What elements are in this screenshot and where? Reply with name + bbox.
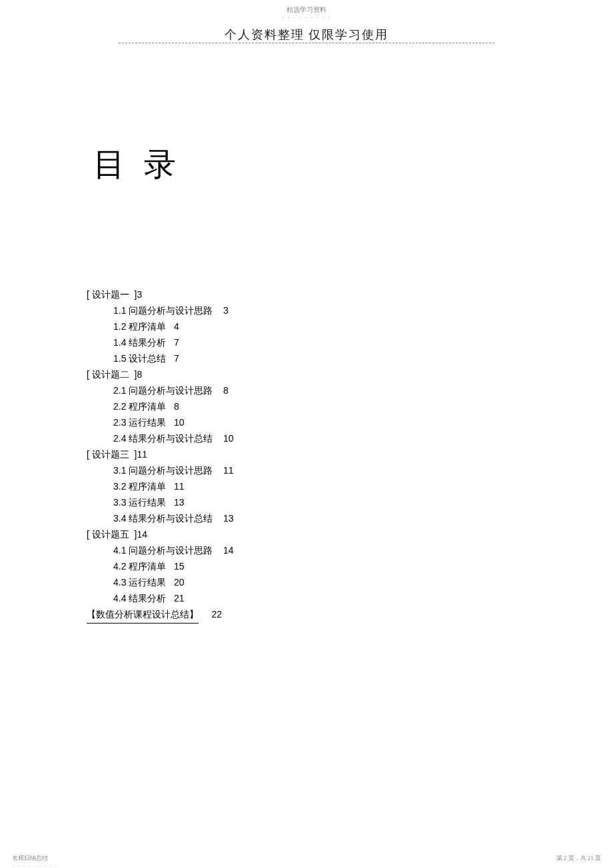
- footer-right: 第 2 页，共 21 页: [556, 854, 602, 863]
- toc-item-page: 3: [223, 305, 229, 316]
- toc-heading: [ 设计题三 ]11: [87, 446, 234, 462]
- toc-item-page: 11: [223, 465, 234, 476]
- toc-item: 4.2 程序清单 15: [87, 558, 234, 574]
- toc-heading: [ 设计题二 ]8: [87, 366, 234, 382]
- toc-item-page: 14: [223, 545, 234, 556]
- page-header: 个人资料整理 仅限学习使用: [0, 27, 613, 43]
- page-header-underline: [119, 43, 494, 43]
- toc-item: 1.2 程序清单 4: [87, 318, 234, 334]
- table-of-contents: [ 设计题一 ]3 1.1 问题分析与设计思路 3 1.2 程序清单 4 1.4…: [87, 286, 234, 624]
- toc-item-label: 4.4 结果分析: [113, 593, 166, 604]
- toc-item-page: 21: [174, 593, 185, 604]
- toc-item-label: 4.2 程序清单: [113, 561, 166, 572]
- toc-item-page: 15: [174, 561, 185, 572]
- toc-item-label: 1.2 程序清单: [113, 321, 166, 332]
- toc-item-label: 3.4 结果分析与设计总结: [113, 513, 213, 524]
- toc-item: 3.4 结果分析与设计总结 13: [87, 510, 234, 526]
- toc-item-label: 4.1 问题分析与设计思路: [113, 545, 213, 556]
- toc-item: 1.1 问题分析与设计思路 3: [87, 302, 234, 318]
- toc-item-label: 1.1 问题分析与设计思路: [113, 305, 213, 316]
- toc-item-label: 2.4 结果分析与设计总结: [113, 433, 213, 444]
- toc-item: 2.1 问题分析与设计思路 8: [87, 382, 234, 398]
- toc-item-label: 3.3 运行结果: [113, 497, 166, 508]
- toc-summary-label: 【数值分析课程设计总结】: [87, 609, 199, 620]
- toc-item: 4.4 结果分析 21: [87, 590, 234, 606]
- toc-item-label: 4.3 运行结果: [113, 577, 166, 588]
- toc-item: 2.3 运行结果 10: [87, 414, 234, 430]
- toc-item-label: 2.3 运行结果: [113, 417, 166, 428]
- toc-item: 1.5 设计总结 7: [87, 350, 234, 366]
- toc-item-page: 8: [174, 401, 179, 412]
- toc-item-label: 2.1 问题分析与设计思路: [113, 385, 213, 396]
- toc-item: 3.1 问题分析与设计思路 11: [87, 462, 234, 478]
- toc-item-page: 10: [223, 433, 234, 444]
- footer-left: 名师归纳总结: [12, 854, 48, 863]
- toc-item: 2.4 结果分析与设计总结 10: [87, 430, 234, 446]
- footer-left-dashes: - - - - - - - - -: [12, 863, 58, 868]
- toc-item: 3.2 程序清单 11: [87, 478, 234, 494]
- toc-item-page: 10: [174, 417, 185, 428]
- toc-item-page: 20: [174, 577, 185, 588]
- toc-item-page: 8: [223, 385, 229, 396]
- toc-item: 2.2 程序清单 8: [87, 398, 234, 414]
- toc-item: 4.1 问题分析与设计思路 14: [87, 542, 234, 558]
- page-title: 目 录: [93, 143, 181, 186]
- toc-item-label: 3.1 问题分析与设计思路: [113, 465, 213, 476]
- toc-item-label: 1.5 设计总结: [113, 353, 166, 364]
- toc-item-page: 13: [174, 497, 185, 508]
- toc-item: 1.4 结果分析 7: [87, 334, 234, 350]
- toc-item: 3.3 运行结果 13: [87, 494, 234, 510]
- toc-item-label: 2.2 程序清单: [113, 401, 166, 412]
- toc-item-page: 11: [174, 481, 185, 492]
- toc-item: 4.3 运行结果 20: [87, 574, 234, 590]
- toc-item-page: 7: [174, 337, 179, 348]
- toc-heading: [ 设计题一 ]3: [87, 286, 234, 302]
- watermark-top-dashes: - - - - - - - - -: [282, 15, 331, 21]
- toc-heading: [ 设计题五 ]14: [87, 526, 234, 542]
- toc-summary: 【数值分析课程设计总结】 22: [87, 606, 234, 624]
- watermark-top: 精选学习资料: [0, 5, 613, 15]
- toc-item-label: 3.2 程序清单: [113, 481, 166, 492]
- toc-item-label: 1.4 结果分析: [113, 337, 166, 348]
- page-header-text: 个人资料整理 仅限学习使用: [225, 27, 389, 43]
- toc-item-page: 4: [174, 321, 179, 332]
- toc-item-page: 7: [174, 353, 179, 364]
- toc-item-page: 13: [223, 513, 234, 524]
- toc-summary-page: 22: [211, 609, 222, 620]
